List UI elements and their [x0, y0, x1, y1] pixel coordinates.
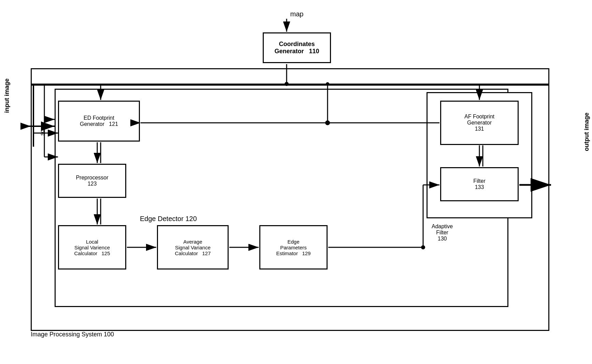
outer-box-label: Image Processing System 100	[31, 331, 114, 338]
coordinates-generator-box: CoordinatesGenerator 110	[263, 32, 331, 63]
scale-label: scale	[39, 123, 45, 135]
af-footprint-generator-box: AF FootprintGenerator131	[440, 101, 519, 145]
edge-params-box: EdgeParametersEstimator 129	[259, 225, 328, 270]
ed-footprint-generator-box: ED FootprintGenerator 121	[58, 101, 140, 142]
edge-detector-label: Edge Detector 120	[140, 215, 197, 223]
filter-label: Filter133	[473, 178, 486, 190]
preprocessor-box: Preprocessor123	[58, 164, 126, 198]
ed-footprint-label: ED FootprintGenerator 121	[80, 115, 118, 127]
map-label: map	[290, 10, 304, 18]
coordinates-generator-label: CoordinatesGenerator 110	[274, 41, 319, 55]
avg-signal-label: AverageSignal VarianceCalculator 127	[175, 239, 211, 256]
filter-box: Filter133	[440, 167, 519, 201]
adaptive-filter-label: AdaptiveFilter130	[432, 223, 453, 242]
avg-signal-box: AverageSignal VarianceCalculator 127	[157, 225, 229, 270]
output-image-label: output image	[583, 113, 590, 151]
top-bus-line	[31, 84, 549, 86]
diagram-container: input image output image map Coordinates…	[20, 10, 573, 345]
edge-params-label: EdgeParametersEstimator 129	[276, 239, 311, 256]
preprocessor-label: Preprocessor123	[76, 175, 108, 187]
input-image-label: input image	[3, 78, 11, 113]
af-footprint-label: AF FootprintGenerator131	[464, 114, 494, 132]
local-signal-label: LocalSignal VarienceCalculator 125	[74, 239, 110, 256]
local-signal-box: LocalSignal VarienceCalculator 125	[58, 225, 126, 270]
